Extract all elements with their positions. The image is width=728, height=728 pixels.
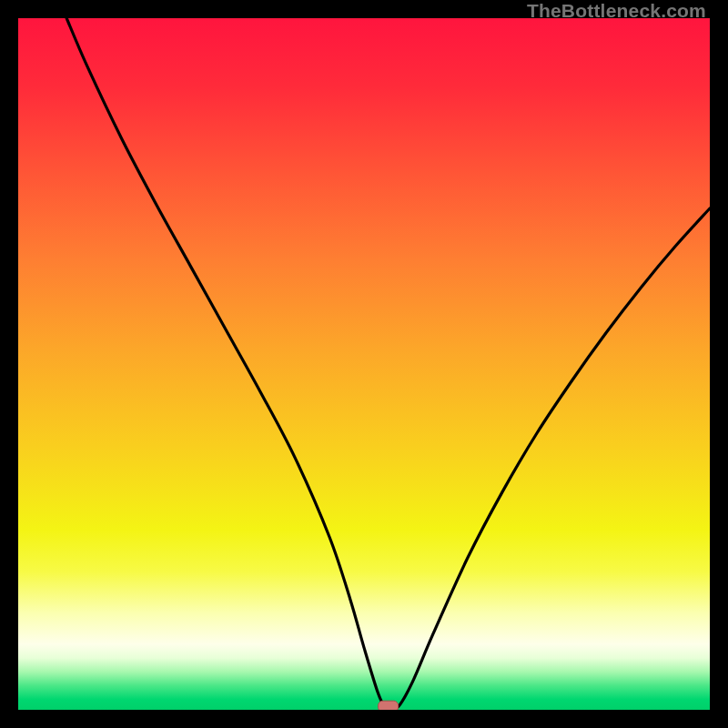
optimal-marker — [379, 701, 399, 710]
chart-frame — [18, 18, 710, 710]
gradient-background — [18, 18, 710, 710]
bottleneck-chart — [18, 18, 710, 710]
